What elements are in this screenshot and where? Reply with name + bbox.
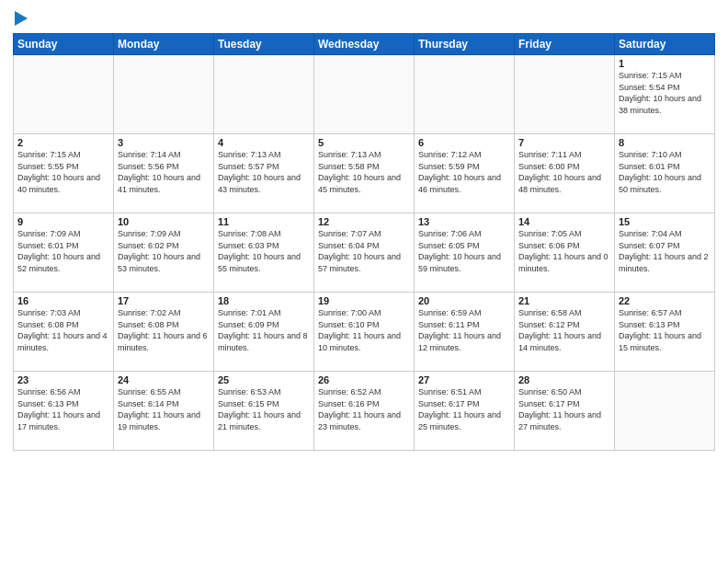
day-info: Sunrise: 7:15 AM Sunset: 5:55 PM Dayligh… [17, 149, 109, 195]
calendar-cell: 7Sunrise: 7:11 AM Sunset: 6:00 PM Daylig… [515, 134, 615, 213]
day-info: Sunrise: 6:55 AM Sunset: 6:14 PM Dayligh… [118, 386, 210, 432]
day-info: Sunrise: 6:51 AM Sunset: 6:17 PM Dayligh… [418, 386, 510, 432]
calendar-cell [214, 55, 314, 134]
weekday-header: Saturday [615, 34, 715, 55]
day-info: Sunrise: 7:00 AM Sunset: 6:10 PM Dayligh… [318, 307, 410, 353]
calendar-cell: 11Sunrise: 7:08 AM Sunset: 6:03 PM Dayli… [214, 213, 314, 293]
day-info: Sunrise: 6:56 AM Sunset: 6:13 PM Dayligh… [17, 386, 109, 432]
calendar-week-row: 16Sunrise: 7:03 AM Sunset: 6:08 PM Dayli… [14, 293, 715, 372]
day-number: 5 [318, 137, 410, 148]
logo-triangle-icon [15, 11, 28, 29]
day-number: 21 [518, 295, 610, 306]
day-number: 10 [118, 216, 210, 227]
calendar-cell: 25Sunrise: 6:53 AM Sunset: 6:15 PM Dayli… [214, 372, 314, 451]
day-number: 25 [218, 374, 310, 385]
calendar-week-row: 9Sunrise: 7:09 AM Sunset: 6:01 PM Daylig… [14, 213, 715, 293]
day-info: Sunrise: 7:08 AM Sunset: 6:03 PM Dayligh… [218, 228, 310, 274]
calendar-cell: 19Sunrise: 7:00 AM Sunset: 6:10 PM Dayli… [314, 293, 415, 372]
calendar-cell [515, 55, 615, 134]
day-number: 20 [418, 295, 510, 306]
day-info: Sunrise: 7:10 AM Sunset: 6:01 PM Dayligh… [619, 149, 711, 195]
calendar-cell: 15Sunrise: 7:04 AM Sunset: 6:07 PM Dayli… [615, 213, 715, 293]
day-number: 22 [619, 295, 711, 306]
day-info: Sunrise: 7:04 AM Sunset: 6:07 PM Dayligh… [619, 228, 711, 274]
day-info: Sunrise: 6:52 AM Sunset: 6:16 PM Dayligh… [318, 386, 410, 432]
calendar-cell: 9Sunrise: 7:09 AM Sunset: 6:01 PM Daylig… [14, 213, 114, 293]
calendar-cell: 18Sunrise: 7:01 AM Sunset: 6:09 PM Dayli… [214, 293, 314, 372]
day-info: Sunrise: 6:59 AM Sunset: 6:11 PM Dayligh… [418, 307, 510, 353]
day-info: Sunrise: 7:05 AM Sunset: 6:06 PM Dayligh… [518, 228, 610, 274]
calendar-cell: 8Sunrise: 7:10 AM Sunset: 6:01 PM Daylig… [615, 134, 715, 213]
page: SundayMondayTuesdayWednesdayThursdayFrid… [0, 0, 728, 563]
day-info: Sunrise: 6:58 AM Sunset: 6:12 PM Dayligh… [518, 307, 610, 353]
calendar-cell: 27Sunrise: 6:51 AM Sunset: 6:17 PM Dayli… [415, 372, 515, 451]
header [13, 11, 715, 28]
calendar-week-row: 23Sunrise: 6:56 AM Sunset: 6:13 PM Dayli… [14, 372, 715, 451]
logo [13, 11, 28, 28]
day-number: 24 [118, 374, 210, 385]
day-number: 4 [218, 137, 310, 148]
day-number: 12 [318, 216, 410, 227]
day-info: Sunrise: 7:07 AM Sunset: 6:04 PM Dayligh… [318, 228, 410, 274]
calendar-week-row: 2Sunrise: 7:15 AM Sunset: 5:55 PM Daylig… [14, 134, 715, 213]
day-number: 8 [619, 137, 711, 148]
day-info: Sunrise: 7:13 AM Sunset: 5:57 PM Dayligh… [218, 149, 310, 195]
calendar-cell: 2Sunrise: 7:15 AM Sunset: 5:55 PM Daylig… [14, 134, 114, 213]
weekday-header: Thursday [415, 34, 515, 55]
calendar-cell [114, 55, 214, 134]
day-info: Sunrise: 6:57 AM Sunset: 6:13 PM Dayligh… [619, 307, 711, 353]
day-info: Sunrise: 7:15 AM Sunset: 5:54 PM Dayligh… [619, 70, 711, 116]
calendar-cell: 28Sunrise: 6:50 AM Sunset: 6:17 PM Dayli… [515, 372, 615, 451]
calendar-cell: 26Sunrise: 6:52 AM Sunset: 6:16 PM Dayli… [314, 372, 415, 451]
calendar-cell: 6Sunrise: 7:12 AM Sunset: 5:59 PM Daylig… [415, 134, 515, 213]
day-info: Sunrise: 7:01 AM Sunset: 6:09 PM Dayligh… [218, 307, 310, 353]
calendar-cell: 13Sunrise: 7:06 AM Sunset: 6:05 PM Dayli… [415, 213, 515, 293]
day-info: Sunrise: 6:53 AM Sunset: 6:15 PM Dayligh… [218, 386, 310, 432]
day-info: Sunrise: 7:09 AM Sunset: 6:01 PM Dayligh… [17, 228, 109, 274]
day-number: 3 [118, 137, 210, 148]
day-number: 14 [518, 216, 610, 227]
weekday-header: Tuesday [214, 34, 314, 55]
calendar-cell: 17Sunrise: 7:02 AM Sunset: 6:08 PM Dayli… [114, 293, 214, 372]
calendar-cell: 1Sunrise: 7:15 AM Sunset: 5:54 PM Daylig… [615, 55, 715, 134]
day-number: 27 [418, 374, 510, 385]
day-number: 23 [17, 374, 109, 385]
day-info: Sunrise: 7:14 AM Sunset: 5:56 PM Dayligh… [118, 149, 210, 195]
calendar-cell: 10Sunrise: 7:09 AM Sunset: 6:02 PM Dayli… [114, 213, 214, 293]
calendar-cell: 22Sunrise: 6:57 AM Sunset: 6:13 PM Dayli… [615, 293, 715, 372]
calendar-cell: 24Sunrise: 6:55 AM Sunset: 6:14 PM Dayli… [114, 372, 214, 451]
calendar: SundayMondayTuesdayWednesdayThursdayFrid… [13, 33, 715, 451]
day-number: 9 [17, 216, 109, 227]
day-number: 28 [518, 374, 610, 385]
calendar-header-row: SundayMondayTuesdayWednesdayThursdayFrid… [14, 34, 715, 55]
calendar-cell: 14Sunrise: 7:05 AM Sunset: 6:06 PM Dayli… [515, 213, 615, 293]
day-number: 2 [17, 137, 109, 148]
day-number: 15 [619, 216, 711, 227]
calendar-cell [415, 55, 515, 134]
day-number: 6 [418, 137, 510, 148]
day-number: 1 [619, 58, 711, 69]
day-info: Sunrise: 7:02 AM Sunset: 6:08 PM Dayligh… [118, 307, 210, 353]
weekday-header: Friday [515, 34, 615, 55]
day-info: Sunrise: 7:12 AM Sunset: 5:59 PM Dayligh… [418, 149, 510, 195]
calendar-cell [14, 55, 114, 134]
calendar-cell: 3Sunrise: 7:14 AM Sunset: 5:56 PM Daylig… [114, 134, 214, 213]
day-number: 26 [318, 374, 410, 385]
calendar-cell: 23Sunrise: 6:56 AM Sunset: 6:13 PM Dayli… [14, 372, 114, 451]
day-number: 18 [218, 295, 310, 306]
day-number: 7 [518, 137, 610, 148]
day-number: 17 [118, 295, 210, 306]
weekday-header: Monday [114, 34, 214, 55]
calendar-week-row: 1Sunrise: 7:15 AM Sunset: 5:54 PM Daylig… [14, 55, 715, 134]
calendar-cell [615, 372, 715, 451]
calendar-cell: 16Sunrise: 7:03 AM Sunset: 6:08 PM Dayli… [14, 293, 114, 372]
day-info: Sunrise: 7:09 AM Sunset: 6:02 PM Dayligh… [118, 228, 210, 274]
day-info: Sunrise: 7:11 AM Sunset: 6:00 PM Dayligh… [518, 149, 610, 195]
calendar-cell: 4Sunrise: 7:13 AM Sunset: 5:57 PM Daylig… [214, 134, 314, 213]
day-number: 16 [17, 295, 109, 306]
day-number: 13 [418, 216, 510, 227]
weekday-header: Wednesday [314, 34, 415, 55]
day-number: 19 [318, 295, 410, 306]
day-info: Sunrise: 7:06 AM Sunset: 6:05 PM Dayligh… [418, 228, 510, 274]
day-info: Sunrise: 7:03 AM Sunset: 6:08 PM Dayligh… [17, 307, 109, 353]
